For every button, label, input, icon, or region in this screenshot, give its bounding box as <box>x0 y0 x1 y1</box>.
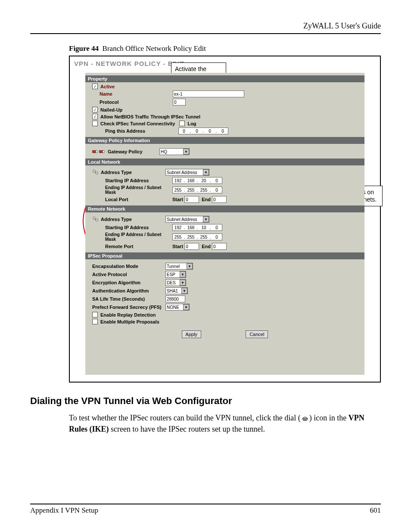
figure-label: Figure 44 <box>69 44 99 53</box>
encap-label: Encapsulation Mode <box>92 264 165 269</box>
multi-label: Enable Multiple Proposals <box>100 319 159 324</box>
local-port-start-lbl: Start <box>172 197 183 202</box>
local-end-label: Ending IP Address / Subnet Mask <box>105 185 172 195</box>
remote-end-ip-input[interactable]: 255.255.255.0 <box>172 233 222 240</box>
nailed-label: Nailed-Up <box>100 107 174 112</box>
local-network-icon <box>92 169 99 175</box>
proto-select[interactable]: ESP▼ <box>165 271 186 278</box>
figure-caption-text: Branch Office Network Policy Edit <box>103 44 206 53</box>
life-label: SA Life Time (Seconds) <box>92 296 165 302</box>
gateway-label: Gateway Policy <box>108 149 159 154</box>
svg-point-12 <box>96 219 98 221</box>
gateway-select[interactable]: HQ▼ <box>159 148 190 155</box>
gateway-pair-icon <box>92 149 105 154</box>
chevron-down-icon: ▼ <box>183 149 189 155</box>
panel-body: Property ✓Active Nameex-1 Protocol0 ✓Nai… <box>85 73 364 375</box>
remote-start-label: Starting IP Address <box>105 225 172 230</box>
proto-label: Active Protocol <box>92 272 165 277</box>
pfs-select[interactable]: NONE▼ <box>165 304 190 311</box>
ping-ip-input[interactable]: 0.0.0.0 <box>178 128 228 134</box>
remote-port-start-lbl: Start <box>172 244 183 249</box>
remote-network-icon <box>92 216 99 222</box>
chevron-down-icon: ▼ <box>183 304 189 310</box>
local-port-label: Local Port <box>105 197 172 202</box>
footer-left: Appendix I VPN Setup <box>30 506 98 515</box>
remote-port-label: Remote Port <box>105 244 172 249</box>
active-label: Active <box>100 84 174 89</box>
dial-icon <box>301 414 309 424</box>
life-input[interactable]: 28800 <box>165 296 185 302</box>
remote-end-label: Ending IP Address / Subnet Mask <box>105 232 172 242</box>
local-addrtype-select[interactable]: Subnet Address▼ <box>165 169 209 176</box>
section-gateway: Gateway Policy Information <box>85 137 364 144</box>
footer-page-number: 601 <box>370 506 381 515</box>
chevron-down-icon: ▼ <box>181 288 187 294</box>
local-port-end-input[interactable]: 0 <box>212 196 227 203</box>
local-start-label: Starting IP Address <box>105 178 172 183</box>
remote-addrtype-select[interactable]: Subnet Address▼ <box>165 216 209 223</box>
checkconn-checkbox[interactable] <box>92 121 98 126</box>
enc-label: Encryption Algorithm <box>92 280 165 285</box>
cancel-button[interactable]: Cancel <box>246 330 268 338</box>
footer-rule <box>30 504 381 504</box>
section-local: Local Network <box>85 159 364 165</box>
remote-port-start-input[interactable]: 0 <box>184 243 199 250</box>
chevron-down-icon: ▼ <box>180 280 186 286</box>
protocol-input[interactable]: 0 <box>173 99 186 106</box>
svg-point-9 <box>96 172 98 174</box>
chevron-down-icon: ▼ <box>203 216 209 222</box>
replay-label: Enable Replay Detection <box>100 312 156 317</box>
chevron-down-icon: ▼ <box>203 169 209 175</box>
encap-select[interactable]: Tunnel▼ <box>165 263 193 270</box>
section-heading: Dialing the VPN Tunnel via Web Configura… <box>30 395 381 407</box>
ping-label: Ping this Address <box>105 128 178 134</box>
protocol-label: Protocol <box>100 100 173 105</box>
body-paragraph: To test whether the IPSec routers can bu… <box>69 413 381 434</box>
netbios-label: Allow NetBIOS Traffic Through IPSec Tunn… <box>100 114 200 119</box>
enc-select[interactable]: DES▼ <box>165 279 186 286</box>
figure-caption: Figure 44 Branch Office Network Policy E… <box>69 44 381 53</box>
multi-checkbox[interactable] <box>92 319 98 324</box>
section-remote: Remote Network <box>85 205 364 212</box>
chevron-down-icon: ▼ <box>187 263 193 269</box>
checkconn-label: Check IPSec Tunnel Connectivity <box>100 121 175 126</box>
name-input[interactable]: ex-1 <box>173 90 244 97</box>
auth-select[interactable]: SHA1▼ <box>165 287 188 294</box>
local-port-end-lbl: End <box>202 197 211 202</box>
local-end-ip-input[interactable]: 255.255.255.0 <box>172 187 222 193</box>
remote-start-ip-input[interactable]: 192.168.10.0 <box>172 224 222 231</box>
header-rule <box>30 33 381 34</box>
section-ipsec: IPSec Proposal <box>85 252 364 259</box>
remote-port-end-lbl: End <box>202 244 211 249</box>
svg-point-7 <box>103 150 105 152</box>
local-start-ip-input[interactable]: 192.168.20.0 <box>172 177 222 184</box>
replay-checkbox[interactable] <box>92 312 98 317</box>
section-property: Property <box>85 75 364 82</box>
nailed-checkbox[interactable]: ✓ <box>92 107 98 112</box>
header-guide: ZyWALL 5 User's Guide <box>30 22 381 33</box>
log-label: Log <box>187 121 196 126</box>
auth-label: Authentication Algorithm <box>92 288 165 293</box>
figure-box: VPN - NETWORK POLICY - EDIT Activate the… <box>69 56 381 383</box>
panel-title: VPN - NETWORK POLICY - EDIT <box>74 60 380 67</box>
local-port-start-input[interactable]: 0 <box>184 196 199 203</box>
pfs-label: Prefect Forward Secrecy (PFS) <box>92 305 165 310</box>
svg-point-5 <box>96 150 98 152</box>
svg-point-15 <box>305 419 305 420</box>
remote-port-end-input[interactable]: 0 <box>212 243 227 250</box>
log-checkbox[interactable] <box>179 121 185 126</box>
remote-addrtype-label: Address Type <box>101 217 165 222</box>
chevron-down-icon: ▼ <box>180 271 186 277</box>
apply-button[interactable]: Apply <box>182 330 202 338</box>
page-footer: Appendix I VPN Setup 601 <box>30 500 381 515</box>
active-checkbox[interactable]: ✓ <box>92 84 98 89</box>
name-label: Name <box>100 91 173 96</box>
local-addrtype-label: Address Type <box>101 170 165 175</box>
netbios-checkbox[interactable]: ✓ <box>92 114 98 119</box>
